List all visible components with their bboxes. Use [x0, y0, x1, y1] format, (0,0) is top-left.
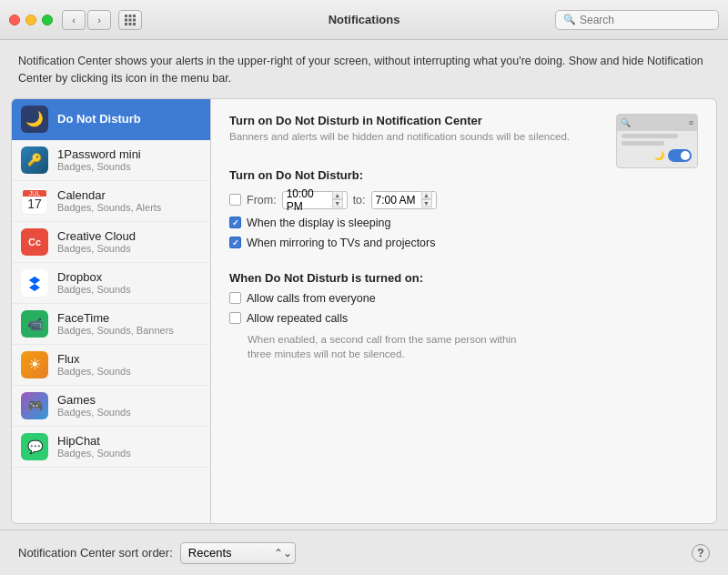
games-icon: 🎮 [21, 392, 48, 419]
sidebar-item-label: Calendar [57, 188, 161, 202]
search-bar[interactable]: 🔍 [555, 10, 719, 30]
svg-rect-5 [133, 18, 136, 21]
sidebar-item-dropbox[interactable]: Dropbox Badges, Sounds [12, 263, 210, 304]
sidebar-item-label: Dropbox [57, 270, 131, 284]
mirroring-checkbox[interactable] [229, 237, 241, 248]
sidebar-item-label: 1Password mini [57, 147, 141, 161]
sidebar-item-subtitle: Badges, Sounds, Alerts [57, 202, 161, 213]
nc-preview: 🔍 ≡ 🌙 [616, 114, 698, 168]
svg-marker-10 [29, 277, 40, 284]
sidebar-item-label: Flux [57, 352, 131, 366]
sidebar-item-1password[interactable]: 🔑 1Password mini Badges, Sounds [12, 140, 210, 181]
allow-calls-label: Allow calls from everyone [247, 292, 376, 305]
description-area: Notification Center shows your alerts in… [0, 40, 728, 98]
svg-rect-4 [129, 18, 132, 21]
from-time-input[interactable]: 10:00 PM ▲ ▼ [282, 191, 348, 209]
search-input[interactable] [580, 14, 711, 26]
facetime-icon: 📹 [21, 310, 48, 338]
dropbox-icon [21, 269, 48, 297]
sidebar-item-do-not-disturb[interactable]: 🌙 Do Not Disturb [12, 99, 210, 140]
svg-rect-8 [133, 23, 136, 25]
description-text: Notification Center shows your alerts in… [18, 55, 703, 85]
time-range-checkbox[interactable] [229, 194, 241, 206]
nc-preview-search-icon: 🔍 [621, 118, 631, 127]
back-button[interactable]: ‹ [62, 10, 86, 30]
dnd-section-title: Turn on Do Not Disturb: [229, 168, 698, 182]
sidebar-item-creative-cloud[interactable]: Cc Creative Cloud Badges, Sounds [12, 222, 210, 263]
sidebar-item-label: Games [57, 393, 131, 407]
repeated-help-text: When enabled, a second call from the sam… [248, 332, 539, 361]
nc-preview-toggle-knob [681, 151, 690, 160]
help-button[interactable]: ? [692, 544, 710, 562]
sidebar-item-label: Creative Cloud [57, 229, 136, 243]
sidebar-item-subtitle: Badges, Sounds, Banners [57, 325, 174, 336]
dnd-icon: 🌙 [21, 106, 48, 133]
from-time-up[interactable]: ▲ [332, 191, 343, 199]
sidebar-item-subtitle: Badges, Sounds [57, 243, 136, 254]
right-panel: 🔍 ≡ 🌙 Turn on Do Not Disturb in Notifica… [211, 98, 717, 524]
mirroring-label: When mirroring to TVs and projectors [247, 237, 436, 249]
1password-icon: 🔑 [21, 146, 48, 174]
close-button[interactable] [9, 15, 20, 25]
sidebar-item-calendar[interactable]: JUL 17 Calendar Badges, Sounds, Alerts [12, 181, 210, 222]
nc-preview-line [622, 134, 678, 138]
sidebar-item-subtitle: Badges, Sounds [57, 284, 131, 295]
display-sleeping-label: When the display is sleeping [247, 217, 390, 229]
sidebar-item-facetime[interactable]: 📹 FaceTime Badges, Sounds, Banners [12, 304, 210, 345]
to-time-up[interactable]: ▲ [421, 191, 432, 199]
minimize-button[interactable] [25, 15, 36, 25]
allow-calls-row: Allow calls from everyone [229, 292, 698, 305]
from-time-stepper[interactable]: ▲ ▼ [332, 191, 343, 209]
allow-calls-checkbox[interactable] [229, 292, 241, 304]
svg-rect-1 [129, 15, 132, 17]
sidebar-item-subtitle: Badges, Sounds [57, 366, 131, 377]
svg-rect-2 [133, 15, 136, 17]
main-content: 🌙 Do Not Disturb 🔑 1Password mini Badges… [0, 98, 728, 524]
sort-label: Notification Center sort order: [18, 546, 173, 560]
nc-preview-bar: 🔍 ≡ [617, 115, 697, 131]
svg-rect-3 [125, 18, 127, 21]
sidebar-item-hipchat[interactable]: 💬 HipChat Badges, Sounds [12, 427, 210, 468]
forward-button[interactable]: › [87, 10, 111, 30]
from-time-value: 10:00 PM [287, 187, 330, 213]
sidebar-item-flux[interactable]: ☀ Flux Badges, Sounds [12, 345, 210, 386]
allow-repeated-row: Allow repeated calls [229, 312, 698, 325]
nc-preview-toggle[interactable] [668, 149, 692, 162]
display-sleeping-checkbox[interactable] [229, 217, 241, 228]
bottom-bar: Notification Center sort order: Recents … [0, 530, 728, 575]
to-label: to: [353, 194, 366, 207]
sidebar-item-games[interactable]: 🎮 Games Badges, Sounds [12, 386, 210, 427]
sort-select-wrapper[interactable]: Recents Recents by App Manually by App ⌃… [180, 542, 296, 564]
from-time-down[interactable]: ▼ [332, 199, 343, 207]
sidebar-item-label: FaceTime [57, 311, 174, 325]
time-range-row: From: 10:00 PM ▲ ▼ to: 7:00 AM ▲ ▼ [229, 191, 698, 209]
sidebar: 🌙 Do Not Disturb 🔑 1Password mini Badges… [11, 98, 211, 524]
sidebar-item-subtitle: Badges, Sounds [57, 161, 141, 172]
traffic-lights [9, 15, 53, 25]
flux-icon: ☀ [21, 351, 48, 378]
to-time-stepper[interactable]: ▲ ▼ [421, 191, 432, 209]
sort-select[interactable]: Recents Recents by App Manually by App [180, 542, 296, 564]
sidebar-item-subtitle: Badges, Sounds [57, 407, 131, 418]
from-label: From: [247, 194, 277, 207]
maximize-button[interactable] [42, 15, 53, 25]
search-icon: 🔍 [563, 14, 576, 25]
sidebar-item-label: HipChat [57, 434, 131, 448]
svg-rect-7 [129, 23, 132, 25]
titlebar: ‹ › Notifications 🔍 [0, 0, 728, 40]
calendar-icon: JUL 17 [21, 187, 48, 215]
nc-preview-moon-icon: 🌙 [653, 150, 664, 160]
to-time-value: 7:00 AM [376, 194, 420, 207]
allow-repeated-label: Allow repeated calls [247, 312, 348, 325]
hipchat-icon: 💬 [21, 433, 48, 460]
nc-preview-list-icon: ≡ [689, 118, 693, 127]
window-title: Notifications [329, 13, 400, 26]
to-time-input[interactable]: 7:00 AM ▲ ▼ [371, 191, 437, 209]
grid-icon [124, 14, 136, 26]
mirroring-row: When mirroring to TVs and projectors [229, 237, 698, 249]
display-sleeping-row: When the display is sleeping [229, 217, 698, 229]
to-time-down[interactable]: ▼ [421, 199, 432, 207]
svg-rect-6 [125, 23, 127, 25]
grid-button[interactable] [118, 10, 142, 30]
allow-repeated-checkbox[interactable] [229, 312, 241, 324]
